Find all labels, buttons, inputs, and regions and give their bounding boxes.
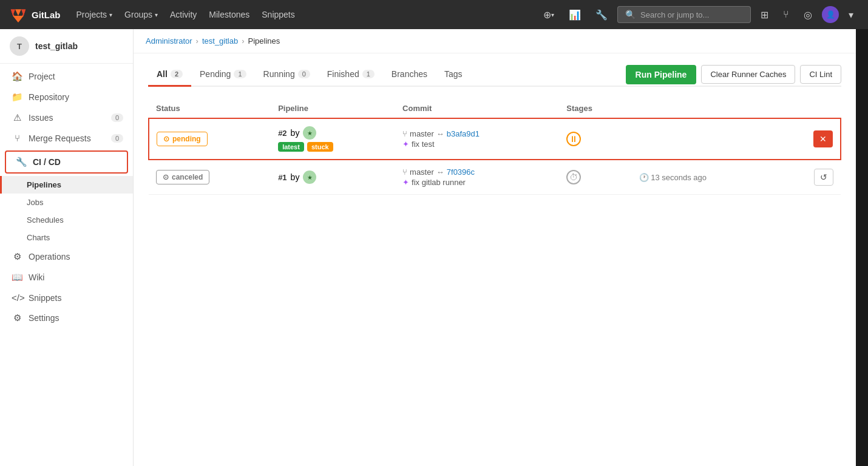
breadcrumb-project[interactable]: test_gitlab xyxy=(202,36,238,46)
project-icon: 🏠 xyxy=(12,71,22,82)
row2-by: by xyxy=(291,172,300,182)
main-layout: T test_gitlab 🏠 Project 📁 Repository ⚠ I… xyxy=(0,29,868,466)
row2-stage-icon: ⏱ xyxy=(566,170,581,184)
tab-branches[interactable]: Branches xyxy=(383,63,436,87)
sidebar-label-repository: Repository xyxy=(29,92,69,102)
row2-status-cell: ⊙ canceled xyxy=(149,160,271,195)
table-row: ⊙ canceled #1 by ★ xyxy=(149,160,841,195)
search-input[interactable] xyxy=(640,10,743,19)
issues-nav-icon: ⚠ xyxy=(12,112,22,123)
table-row: ⊙ pending #2 by ★ latest xyxy=(149,118,841,160)
nav-groups[interactable]: Groups▾ xyxy=(118,0,164,29)
canceled-icon: ⊙ xyxy=(163,173,169,181)
sidebar-sub-schedules[interactable]: Schedules xyxy=(0,211,133,229)
sidebar-item-operations[interactable]: ⚙ Operations xyxy=(0,246,133,267)
tab-finished[interactable]: Finished 1 xyxy=(319,63,383,87)
main-content: Administrator › test_gitlab › Pipelines … xyxy=(134,29,856,466)
pipeline-table: Status Pipeline Commit Stages ⊙ xyxy=(148,99,841,195)
nav-milestones[interactable]: Milestones xyxy=(203,0,256,29)
tab-running-count: 0 xyxy=(298,70,310,78)
sidebar-label-cicd: CI / CD xyxy=(33,157,61,167)
right-panel xyxy=(856,29,868,466)
clock-icon: 🕐 xyxy=(639,173,649,182)
row2-pipeline-id: #1 xyxy=(278,173,287,182)
row1-status-cell: ⊙ pending xyxy=(149,118,271,160)
arrow-icon: ↔ xyxy=(436,129,444,138)
ci-lint-button[interactable]: CI Lint xyxy=(800,65,841,84)
sidebar-item-issues[interactable]: ⚠ Issues 0 xyxy=(0,107,133,128)
sidebar-sub-jobs[interactable]: Jobs xyxy=(0,194,133,211)
row1-branch: ⑂ master ↔ b3afa9d1 xyxy=(402,129,552,138)
tab-all[interactable]: All 2 xyxy=(148,63,191,87)
breadcrumb-administrator[interactable]: Administrator xyxy=(146,36,192,46)
tab-all-count: 2 xyxy=(171,70,183,78)
tab-running[interactable]: Running 0 xyxy=(255,63,319,87)
issues-icon[interactable]: ◎ xyxy=(799,7,817,23)
row1-commit-cell: ⑂ master ↔ b3afa9d1 ✦ fix test xyxy=(395,118,559,160)
breadcrumb-current: Pipelines xyxy=(248,36,280,46)
merge-requests-badge: 0 xyxy=(111,134,123,143)
operations-icon: ⚙ xyxy=(12,251,22,262)
repository-icon: 📁 xyxy=(12,92,22,103)
search-bar[interactable]: 🔍 xyxy=(617,6,751,23)
sidebar-item-project[interactable]: 🏠 Project xyxy=(0,66,133,87)
row2-commit-hash[interactable]: 7f0396c xyxy=(447,167,475,177)
tabs-buttons: Run Pipeline Clear Runner Caches CI Lint xyxy=(626,65,841,84)
nav-projects[interactable]: Projects▾ xyxy=(70,0,119,29)
col-stages: Stages xyxy=(559,99,631,118)
chart-icon[interactable]: 📊 xyxy=(564,7,586,23)
dropdown-arrow-icon[interactable]: ▾ xyxy=(844,7,858,23)
sidebar-item-merge-requests[interactable]: ⑂ Merge Requests 0 xyxy=(0,128,133,148)
col-commit: Commit xyxy=(395,99,559,118)
wrench-icon[interactable]: 🔧 xyxy=(591,7,612,23)
row1-time-cell xyxy=(632,118,779,160)
page-content: All 2 Pending 1 Running 0 Finished 1 Bra… xyxy=(134,53,856,466)
merge-requests-icon: ⑂ xyxy=(12,133,22,143)
columns-icon[interactable]: ⊞ xyxy=(756,7,773,23)
row1-badges: latest stuck xyxy=(278,142,388,152)
row2-commit-spinner-icon: ✦ xyxy=(402,178,409,187)
row2-branch-name: master xyxy=(410,167,434,177)
sidebar-sub-pipelines[interactable]: Pipelines xyxy=(0,176,133,194)
tab-finished-count: 1 xyxy=(362,70,375,78)
sidebar-nav: 🏠 Project 📁 Repository ⚠ Issues 0 ⑂ Merg… xyxy=(0,64,133,331)
sidebar-label-project: Project xyxy=(29,72,55,81)
sidebar-user-section: T test_gitlab xyxy=(0,29,133,64)
row2-branch-icon: ⑂ xyxy=(402,167,407,177)
sidebar-item-cicd[interactable]: 🔧 CI / CD xyxy=(5,150,128,174)
add-icon[interactable]: ⊕ ▾ xyxy=(538,7,559,23)
tab-pending[interactable]: Pending 1 xyxy=(191,63,255,87)
row2-arrow-icon: ↔ xyxy=(436,167,444,177)
issues-badge: 0 xyxy=(111,113,123,122)
sidebar-label-operations: Operations xyxy=(29,252,70,262)
sidebar-item-wiki[interactable]: 📖 Wiki xyxy=(0,267,133,288)
sidebar-item-settings[interactable]: ⚙ Settings xyxy=(0,308,133,328)
sidebar-label-snippets: Snippets xyxy=(29,293,61,303)
gitlab-logo[interactable]: GitLab xyxy=(10,6,61,23)
row2-author-avatar: ★ xyxy=(303,171,316,184)
clear-runner-caches-button[interactable]: Clear Runner Caches xyxy=(701,65,795,84)
sidebar-item-snippets[interactable]: </> Snippets xyxy=(0,288,133,308)
row1-commit-hash[interactable]: b3afa9d1 xyxy=(447,129,480,138)
avatar-image: 👤 xyxy=(826,10,835,19)
row2-branch: ⑂ master ↔ 7f0396c xyxy=(402,167,552,177)
sidebar-sub-charts[interactable]: Charts xyxy=(0,229,133,246)
cicd-icon: 🔧 xyxy=(16,157,27,167)
breadcrumb-sep-2: › xyxy=(242,36,244,46)
row2-time-ago: 🕐 13 seconds ago xyxy=(639,173,707,182)
user-avatar-nav[interactable]: 👤 xyxy=(822,6,839,23)
row2-commit-msg: ✦ fix gitlab runner xyxy=(402,178,552,187)
row1-delete-button[interactable]: ✕ xyxy=(813,130,833,147)
sidebar-item-repository[interactable]: 📁 Repository xyxy=(0,87,133,107)
row1-stages-cell: ⏸ xyxy=(559,118,631,160)
pending-icon: ⊙ xyxy=(163,135,169,143)
merge-icon[interactable]: ⑂ xyxy=(778,7,794,22)
tabs-row: All 2 Pending 1 Running 0 Finished 1 Bra… xyxy=(148,63,841,87)
tab-pending-count: 1 xyxy=(234,70,246,78)
badge-stuck: stuck xyxy=(307,142,333,152)
nav-snippets[interactable]: Snippets xyxy=(256,0,300,29)
run-pipeline-button[interactable]: Run Pipeline xyxy=(626,65,697,84)
row2-retry-button[interactable]: ↺ xyxy=(814,169,833,186)
tab-tags[interactable]: Tags xyxy=(436,63,471,87)
nav-activity[interactable]: Activity xyxy=(164,0,203,29)
